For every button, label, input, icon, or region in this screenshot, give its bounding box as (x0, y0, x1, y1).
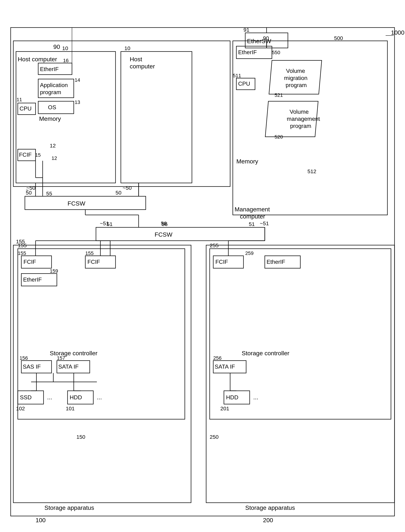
svg-text:HDD: HDD (70, 394, 82, 400)
svg-text:Storage apparatus: Storage apparatus (245, 504, 295, 511)
svg-text:FCSW: FCSW (155, 231, 172, 238)
svg-text:computer: computer (130, 63, 155, 70)
svg-text:Volume: Volume (286, 68, 305, 74)
svg-text:program: program (40, 89, 61, 95)
svg-rect-75 (13, 245, 191, 503)
svg-text:...: ... (253, 394, 258, 400)
svg-text:HDD: HDD (226, 394, 238, 400)
svg-text:55: 55 (46, 191, 52, 196)
svg-text:12: 12 (50, 143, 56, 148)
svg-text:CPU: CPU (20, 105, 32, 112)
svg-text:102: 102 (16, 406, 25, 411)
svg-text:156: 156 (20, 355, 28, 361)
svg-text:Storage controller: Storage controller (242, 350, 289, 357)
svg-text:~51: ~51 (260, 220, 269, 226)
svg-text:program: program (285, 82, 307, 88)
svg-text:550: 550 (272, 50, 280, 55)
svg-text:Application: Application (40, 82, 68, 88)
svg-text:90: 90 (53, 43, 60, 50)
svg-text:100: 100 (35, 517, 46, 524)
svg-text:EtherIF: EtherIF (23, 276, 42, 283)
svg-text:16: 16 (63, 58, 69, 63)
svg-text:Management: Management (235, 206, 270, 213)
svg-text:155: 155 (16, 239, 25, 244)
svg-text:159: 159 (50, 268, 58, 274)
svg-text:SSD: SSD (20, 394, 32, 400)
svg-text:10: 10 (62, 45, 68, 51)
svg-text:520: 520 (275, 134, 283, 140)
svg-text:521: 521 (275, 92, 283, 98)
svg-text:500: 500 (334, 35, 343, 41)
svg-text:SAS IF: SAS IF (23, 363, 41, 370)
svg-text:SATA IF: SATA IF (58, 363, 79, 370)
svg-text:51: 51 (249, 221, 255, 227)
svg-text:SATA IF: SATA IF (215, 363, 235, 370)
svg-text:FCSW: FCSW (68, 200, 85, 207)
svg-text:FCIF: FCIF (215, 259, 228, 265)
svg-text:11: 11 (17, 97, 22, 102)
page: 1000 EtherSW 91 90 Host computer 10 Ethe… (0, 0, 405, 532)
svg-rect-115 (206, 245, 395, 503)
svg-text:511: 511 (233, 73, 241, 78)
svg-text:150: 150 (76, 434, 85, 440)
svg-text:13: 13 (75, 100, 80, 105)
svg-text:CPU: CPU (238, 80, 250, 87)
svg-text:512: 512 (307, 168, 316, 174)
svg-text:...: ... (47, 394, 52, 400)
svg-text:157: 157 (57, 355, 65, 361)
svg-text:program: program (290, 123, 311, 129)
svg-text:...: ... (97, 394, 102, 400)
svg-text:12: 12 (52, 155, 57, 161)
svg-rect-0 (11, 27, 395, 516)
svg-text:FCIF: FCIF (88, 259, 100, 265)
svg-text:50: 50 (115, 190, 121, 196)
svg-text:15: 15 (35, 152, 41, 158)
svg-text:migration: migration (284, 75, 308, 81)
svg-text:Storage apparatus: Storage apparatus (44, 504, 94, 511)
svg-text:FCIF: FCIF (23, 259, 36, 265)
svg-text:155: 155 (85, 250, 94, 256)
svg-text:256: 256 (213, 355, 222, 361)
svg-text:~51: ~51 (100, 220, 109, 226)
svg-rect-28 (121, 52, 192, 183)
svg-rect-42 (96, 227, 265, 241)
svg-rect-79 (18, 249, 185, 419)
svg-text:management: management (286, 116, 320, 122)
svg-text:Host: Host (130, 56, 142, 63)
svg-text:56: 56 (161, 220, 167, 226)
svg-text:255: 255 (210, 242, 219, 248)
svg-text:EtherIF: EtherIF (40, 66, 59, 72)
svg-text:250: 250 (210, 434, 219, 440)
svg-rect-119 (210, 249, 391, 419)
svg-text:EtherIF: EtherIF (267, 259, 285, 265)
svg-text:200: 200 (263, 517, 273, 524)
svg-text:Memory: Memory (236, 158, 258, 165)
svg-text:Memory: Memory (39, 115, 61, 122)
svg-text:FCIF: FCIF (19, 152, 32, 158)
svg-text:101: 101 (66, 406, 75, 411)
svg-text:91: 91 (243, 27, 249, 33)
svg-rect-7 (16, 52, 115, 183)
svg-text:1000: 1000 (391, 29, 405, 36)
svg-text:259: 259 (245, 250, 254, 256)
svg-text:Volume: Volume (289, 108, 309, 115)
svg-text:EtherIF: EtherIF (238, 49, 257, 55)
svg-text:Host computer: Host computer (18, 56, 57, 63)
svg-text:90: 90 (263, 35, 269, 41)
svg-text:~50: ~50 (123, 185, 132, 191)
svg-text:14: 14 (75, 77, 80, 83)
svg-text:~50: ~50 (26, 185, 35, 191)
svg-text:155: 155 (18, 250, 26, 256)
svg-text:computer: computer (240, 213, 265, 220)
svg-text:10: 10 (124, 45, 130, 51)
svg-text:OS: OS (48, 104, 56, 111)
svg-text:201: 201 (220, 406, 229, 411)
